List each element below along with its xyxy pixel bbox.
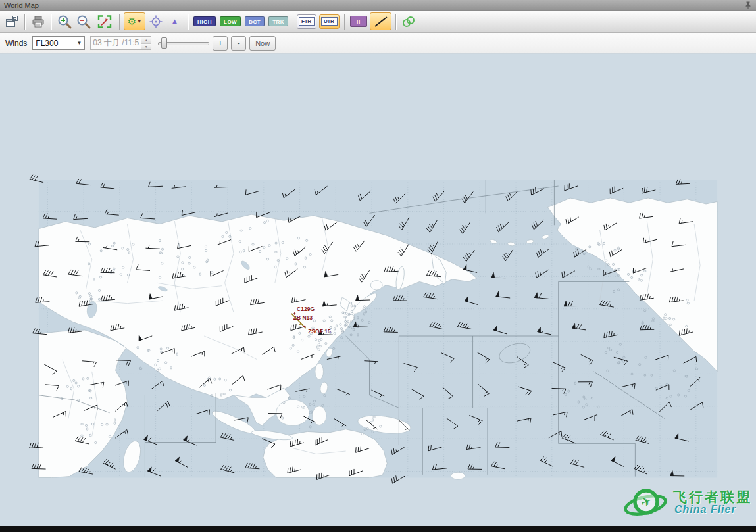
chevron-down-icon: ▼ bbox=[76, 40, 82, 46]
map-area[interactable]: C129GZB N13ZSOF 15 ✈ 飞行者联盟 China Flier bbox=[0, 54, 756, 526]
crosshair-icon bbox=[148, 14, 164, 30]
spin-down-button[interactable]: ▼ bbox=[141, 43, 151, 49]
datetime-spinner[interactable]: 03 十月 /11:5 ▲ ▼ bbox=[90, 36, 151, 50]
uir-button-label: UIR bbox=[321, 17, 338, 26]
toolbar-separator bbox=[188, 14, 188, 30]
triangle-up-icon: ▲ bbox=[170, 17, 179, 26]
link-icon bbox=[401, 14, 416, 30]
center-target-button[interactable] bbox=[147, 12, 164, 30]
winds-label: Winds bbox=[5, 39, 27, 48]
fit-view-icon bbox=[96, 14, 113, 30]
toolbar-separator bbox=[395, 14, 396, 30]
window-title: World Map bbox=[4, 1, 39, 9]
print-icon bbox=[30, 14, 46, 29]
slider-thumb[interactable] bbox=[161, 37, 167, 49]
pin-icon[interactable] bbox=[744, 1, 752, 9]
fir-button[interactable]: FIR bbox=[297, 14, 316, 29]
fir-button-label: FIR bbox=[299, 17, 315, 26]
metar-button[interactable]: II bbox=[350, 16, 367, 27]
world-map-window: World Map bbox=[0, 0, 756, 532]
fit-view-button[interactable] bbox=[93, 12, 115, 30]
route-label: ZB N13 bbox=[293, 314, 313, 321]
trk-button[interactable]: TRK bbox=[268, 16, 288, 26]
main-toolbar: ⚙ ▼ ▲ HIGH LOW DCT TRK FIR UIR II bbox=[0, 11, 756, 33]
high-airways-button[interactable]: HIGH bbox=[193, 16, 216, 26]
print-button[interactable] bbox=[29, 12, 47, 30]
time-slider[interactable] bbox=[158, 36, 209, 50]
time-now-button[interactable]: Now bbox=[249, 36, 276, 51]
uir-button[interactable]: UIR bbox=[319, 14, 340, 29]
spinner-buttons: ▲ ▼ bbox=[141, 37, 151, 49]
zoom-in-button[interactable] bbox=[55, 12, 73, 30]
link-button[interactable] bbox=[400, 12, 418, 30]
toolbar-separator bbox=[24, 14, 25, 30]
wind-barbs-button[interactable] bbox=[370, 12, 391, 30]
datetime-value: 03 十月 /11:5 bbox=[91, 37, 141, 49]
window-titlebar[interactable]: World Map bbox=[0, 0, 756, 11]
route-label: C129G bbox=[297, 306, 315, 312]
winds-toolbar: Winds FL300 ▼ 03 十月 /11:5 ▲ ▼ + - Now bbox=[0, 33, 756, 54]
toolbar-separator bbox=[51, 14, 51, 30]
route-label: ZSOF 15 bbox=[308, 328, 331, 335]
toolbar-separator bbox=[119, 14, 120, 30]
wind-level-value: FL300 bbox=[36, 39, 76, 48]
wind-level-select[interactable]: FL300 ▼ bbox=[32, 36, 85, 50]
new-window-button[interactable] bbox=[3, 12, 20, 30]
chevron-down-icon: ▼ bbox=[137, 19, 141, 24]
bottom-bar bbox=[0, 526, 756, 532]
dct-button[interactable]: DCT bbox=[245, 16, 265, 26]
wind-barb-icon bbox=[372, 14, 388, 30]
time-plus-button[interactable]: + bbox=[213, 36, 228, 51]
settings-button[interactable]: ⚙ ▼ bbox=[124, 12, 145, 30]
low-airways-button[interactable]: LOW bbox=[220, 16, 241, 26]
spin-up-button[interactable]: ▲ bbox=[141, 37, 151, 43]
zoom-in-icon bbox=[57, 14, 72, 30]
orient-north-button[interactable]: ▲ bbox=[166, 12, 184, 30]
new-window-icon bbox=[5, 14, 19, 29]
zoom-out-button[interactable] bbox=[74, 12, 92, 30]
zoom-out-icon bbox=[76, 14, 91, 30]
toolbar-separator bbox=[344, 14, 345, 30]
gear-icon: ⚙ bbox=[128, 16, 136, 26]
world-map-canvas[interactable]: C129GZB N13ZSOF 15 bbox=[0, 54, 756, 526]
time-minus-button[interactable]: - bbox=[231, 36, 246, 51]
